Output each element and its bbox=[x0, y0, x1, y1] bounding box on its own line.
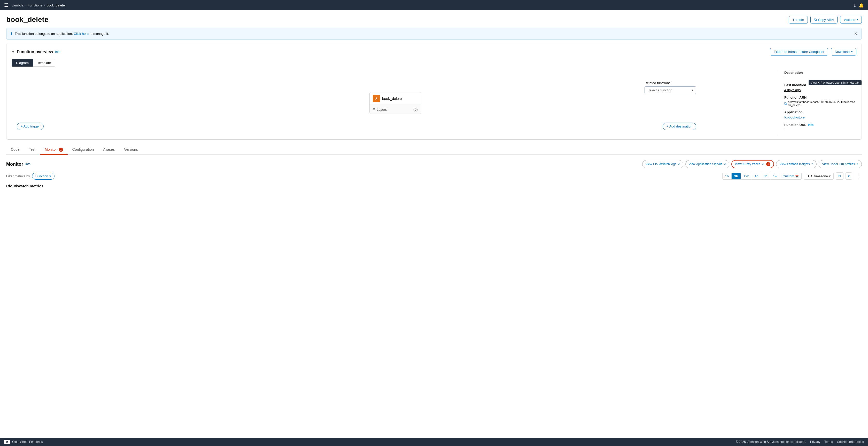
time-group: 1h 3h 12h 1d 3d 1w Custom 📅 bbox=[722, 173, 802, 180]
function-url-label: Function URL bbox=[784, 123, 806, 127]
cloudwatch-metrics-heading: CloudWatch metrics bbox=[6, 184, 862, 188]
breadcrumb-functions[interactable]: Functions bbox=[28, 3, 42, 7]
monitor-info-link[interactable]: Info bbox=[25, 162, 30, 166]
export-infrastructure-button[interactable]: Export to Infrastructure Composer bbox=[770, 48, 828, 56]
application-label: Application bbox=[784, 110, 857, 114]
view-lambda-insights-button[interactable]: View Lambda Insights ↗ bbox=[776, 160, 816, 168]
function-arn-label: Function ARN bbox=[784, 96, 857, 99]
monitor-tab-badge: 1 bbox=[59, 148, 63, 152]
notification-icon[interactable]: 🔔 bbox=[859, 3, 864, 8]
tab-versions[interactable]: Versions bbox=[119, 145, 143, 155]
info-banner: ℹ This function belongs to an applicatio… bbox=[6, 28, 862, 39]
page-header: book_delete Throttle ⧉ Copy ARN Actions … bbox=[6, 15, 862, 24]
cloudshell-icon: 🖥 bbox=[4, 440, 10, 444]
actions-button[interactable]: Actions ▾ bbox=[840, 16, 862, 24]
time-custom-button[interactable]: Custom 📅 bbox=[780, 173, 801, 179]
time-12h-button[interactable]: 12h bbox=[741, 173, 752, 179]
description-label: Description bbox=[784, 71, 857, 75]
view-app-signals-button[interactable]: View Application Signals ↗ bbox=[685, 160, 729, 168]
overview-body: + Add trigger λ book_delete ≡ Layers bbox=[11, 71, 857, 135]
terms-link[interactable]: Terms bbox=[824, 440, 833, 444]
monitor-title: Monitor bbox=[6, 162, 23, 167]
timezone-select[interactable]: UTC timezone ▾ bbox=[804, 173, 834, 180]
cloudwatch-logs-ext-icon: ↗ bbox=[678, 163, 680, 166]
layers-icon: ≡ bbox=[373, 107, 375, 112]
header-actions: Throttle ⧉ Copy ARN Actions ▾ bbox=[789, 16, 862, 24]
view-cloudwatch-logs-button[interactable]: View CloudWatch logs ↗ bbox=[642, 160, 683, 168]
info-banner-close[interactable]: ✕ bbox=[854, 31, 858, 36]
actions-arrow-icon: ▾ bbox=[857, 18, 858, 21]
time-1d-button[interactable]: 1d bbox=[752, 173, 761, 179]
overview-actions: Export to Infrastructure Composer Downlo… bbox=[770, 48, 857, 56]
copy-arn-button[interactable]: ⧉ Copy ARN bbox=[810, 16, 838, 24]
lambda-box-header: λ book_delete bbox=[370, 93, 421, 105]
feedback-label[interactable]: Feedback bbox=[29, 440, 43, 444]
description-section: Description - bbox=[784, 71, 857, 79]
top-nav: ☰ Lambda › Functions › book_delete ℹ 🔔 bbox=[0, 0, 868, 10]
breadcrumb: Lambda › Functions › book_delete bbox=[11, 3, 65, 7]
monitor-section: Monitor Info View CloudWatch logs ↗ View… bbox=[6, 160, 862, 188]
tabs-row: Code Test Monitor 1 Configuration Aliase… bbox=[6, 145, 862, 155]
view-codeguru-profiles-button[interactable]: View CodeGuru profiles ↗ bbox=[819, 160, 862, 168]
overview-title: Function overview bbox=[17, 49, 53, 54]
related-select-arrow: ▾ bbox=[691, 88, 693, 92]
function-url-info-link[interactable]: Info bbox=[808, 123, 813, 127]
layers-row: ≡ Layers bbox=[373, 107, 387, 112]
tab-diagram[interactable]: Diagram bbox=[11, 59, 33, 67]
monitor-header: Monitor Info View CloudWatch logs ↗ View… bbox=[6, 160, 862, 168]
timezone-arrow-icon: ▾ bbox=[829, 174, 831, 178]
download-arrow-icon: ▾ bbox=[851, 50, 852, 53]
view-tabs: Diagram Template bbox=[11, 59, 857, 67]
application-value[interactable]: fcj-book-store bbox=[784, 115, 805, 119]
tab-template[interactable]: Template bbox=[33, 59, 55, 67]
copy-icon: ⧉ bbox=[814, 18, 816, 22]
breadcrumb-current: book_delete bbox=[46, 3, 65, 7]
app-signals-ext-icon: ↗ bbox=[723, 163, 726, 166]
function-url-section: Function URL Info - bbox=[784, 123, 857, 132]
time-3h-button[interactable]: 3h bbox=[732, 173, 741, 179]
privacy-link[interactable]: Privacy bbox=[810, 440, 820, 444]
download-button[interactable]: Download ▾ bbox=[831, 48, 857, 56]
overview-info-link[interactable]: Info bbox=[55, 50, 60, 54]
info-banner-link[interactable]: Click here bbox=[74, 32, 89, 36]
view-xray-traces-button[interactable]: View X-Ray traces ↗ 2 bbox=[731, 160, 774, 168]
monitor-buttons: View CloudWatch logs ↗ View Application … bbox=[642, 160, 862, 168]
tab-monitor[interactable]: Monitor 1 bbox=[40, 145, 68, 155]
cloudshell-label[interactable]: CloudShell bbox=[12, 440, 27, 444]
time-controls: 1h 3h 12h 1d 3d 1w Custom 📅 UTC timezone… bbox=[722, 172, 862, 180]
function-url-value: - bbox=[784, 128, 857, 132]
lambda-icon: λ bbox=[373, 95, 380, 102]
info-banner-text: This function belongs to an application.… bbox=[15, 32, 109, 36]
description-value: - bbox=[784, 76, 857, 79]
nav-right: ℹ 🔔 bbox=[854, 3, 864, 8]
lambda-box-footer: ≡ Layers (0) bbox=[370, 105, 421, 114]
tab-code[interactable]: Code bbox=[6, 145, 24, 155]
add-destination-button[interactable]: + Add destination bbox=[663, 123, 696, 130]
overview-title-row: ▼ Function overview Info bbox=[11, 49, 60, 54]
cookie-preferences-link[interactable]: Cookie preferences bbox=[837, 440, 864, 444]
time-1h-button[interactable]: 1h bbox=[722, 173, 732, 179]
page-title: book_delete bbox=[6, 15, 48, 24]
tab-configuration[interactable]: Configuration bbox=[68, 145, 98, 155]
last-modified-value: 4 days ago bbox=[784, 88, 857, 92]
hamburger-icon[interactable]: ☰ bbox=[4, 2, 8, 8]
arn-value: arn:aws:lambda:us-east-1:017820706022:fu… bbox=[788, 100, 857, 107]
refresh-button[interactable]: ↻ bbox=[836, 172, 843, 180]
add-trigger-button[interactable]: + Add trigger bbox=[17, 123, 44, 130]
tab-aliases[interactable]: Aliases bbox=[98, 145, 119, 155]
lambda-name: book_delete bbox=[382, 97, 402, 101]
info-banner-icon: ℹ bbox=[10, 31, 12, 36]
filter-function-button[interactable]: Function ▾ bbox=[32, 173, 55, 180]
info-icon[interactable]: ℹ bbox=[854, 3, 856, 8]
collapse-icon[interactable]: ▼ bbox=[11, 50, 15, 54]
throttle-button[interactable]: Throttle bbox=[789, 16, 808, 24]
copyright-text: © 2025, Amazon Web Services, Inc. or its… bbox=[736, 440, 806, 444]
tab-test[interactable]: Test bbox=[24, 145, 40, 155]
refresh-arrow-button[interactable]: ▾ bbox=[845, 172, 852, 180]
more-options-button[interactable]: ⋮ bbox=[854, 173, 862, 179]
breadcrumb-lambda[interactable]: Lambda bbox=[11, 3, 24, 7]
time-1w-button[interactable]: 1w bbox=[770, 173, 780, 179]
arn-copy-icon[interactable]: ⧉ bbox=[784, 101, 787, 106]
related-functions-select[interactable]: Select a function ▾ bbox=[645, 87, 696, 94]
time-3d-button[interactable]: 3d bbox=[761, 173, 770, 179]
